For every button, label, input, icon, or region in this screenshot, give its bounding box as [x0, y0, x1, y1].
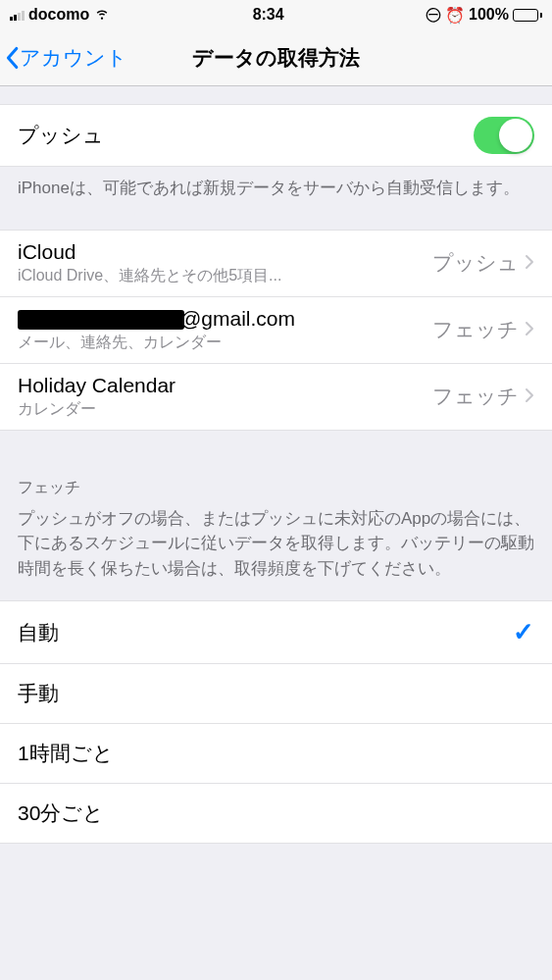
account-subtitle: カレンダー [18, 399, 176, 420]
fetch-option-row[interactable]: 自動✓ [0, 600, 552, 664]
fetch-option-label: 自動 [18, 619, 59, 646]
account-title: @gmail.com [18, 307, 295, 331]
account-subtitle: メール、連絡先、カレンダー [18, 333, 295, 353]
account-value: プッシュ [432, 249, 519, 277]
back-label: アカウント [20, 44, 127, 72]
back-button[interactable]: アカウント [4, 44, 127, 72]
fetch-option-row[interactable]: 手動 [0, 664, 552, 724]
battery-percent: 100% [469, 6, 509, 24]
chevron-right-icon [525, 385, 534, 408]
alarm-icon: ⏰ [445, 6, 465, 25]
signal-icon [10, 9, 25, 21]
account-title: iCloud [18, 240, 281, 264]
account-left: @gmail.comメール、連絡先、カレンダー [18, 307, 295, 353]
status-bar: docomo 8:34 ㊀ ⏰ 100% [0, 0, 552, 29]
push-label: プッシュ [18, 122, 104, 149]
fetch-option-label: 30分ごと [18, 799, 104, 827]
chevron-right-icon [525, 251, 534, 275]
fetch-option-row[interactable]: 30分ごと [0, 784, 552, 844]
fetch-header: フェッチ [0, 431, 552, 506]
orientation-lock-icon: ㊀ [426, 5, 441, 26]
carrier-label: docomo [28, 6, 89, 24]
fetch-option-label: 1時間ごと [18, 740, 114, 767]
battery-icon [513, 9, 542, 22]
status-time: 8:34 [253, 6, 284, 24]
account-right: フェッチ [432, 316, 534, 343]
page-title: データの取得方法 [192, 44, 360, 72]
fetch-description: プッシュがオフの場合、またはプッシュに未対応のAppの場合には、下にあるスケジュ… [0, 506, 552, 601]
account-left: iCloudiCloud Drive、連絡先とその他5項目... [18, 240, 281, 286]
account-row[interactable]: iCloudiCloud Drive、連絡先とその他5項目...プッシュ [0, 230, 552, 297]
account-left: Holiday Calendarカレンダー [18, 374, 176, 420]
accounts-list: iCloudiCloud Drive、連絡先とその他5項目...プッシュ@gma… [0, 230, 552, 431]
toggle-knob [499, 119, 532, 152]
push-toggle[interactable] [474, 117, 534, 154]
fetch-option-label: 手動 [18, 680, 59, 707]
account-title: Holiday Calendar [18, 374, 176, 397]
account-row[interactable]: @gmail.comメール、連絡先、カレンダーフェッチ [0, 297, 552, 364]
fetch-option-row[interactable]: 1時間ごと [0, 724, 552, 784]
wifi-icon [93, 4, 111, 26]
redacted-text [18, 310, 184, 330]
fetch-options-list: 自動✓手動1時間ごと30分ごと [0, 600, 552, 844]
status-left: docomo [10, 4, 111, 26]
account-subtitle: iCloud Drive、連絡先とその他5項目... [18, 266, 281, 286]
account-row[interactable]: Holiday Calendarカレンダーフェッチ [0, 364, 552, 431]
push-row: プッシュ [0, 104, 552, 167]
status-right: ㊀ ⏰ 100% [426, 5, 542, 26]
push-footer: iPhoneは、可能であれば新規データをサーバから自動受信します。 [0, 167, 552, 230]
nav-bar: アカウント データの取得方法 [0, 29, 552, 86]
checkmark-icon: ✓ [513, 617, 534, 647]
account-value: フェッチ [432, 383, 519, 410]
chevron-left-icon [4, 46, 20, 70]
account-right: プッシュ [432, 249, 534, 277]
account-right: フェッチ [432, 383, 534, 410]
account-value: フェッチ [432, 316, 519, 343]
chevron-right-icon [525, 318, 534, 341]
